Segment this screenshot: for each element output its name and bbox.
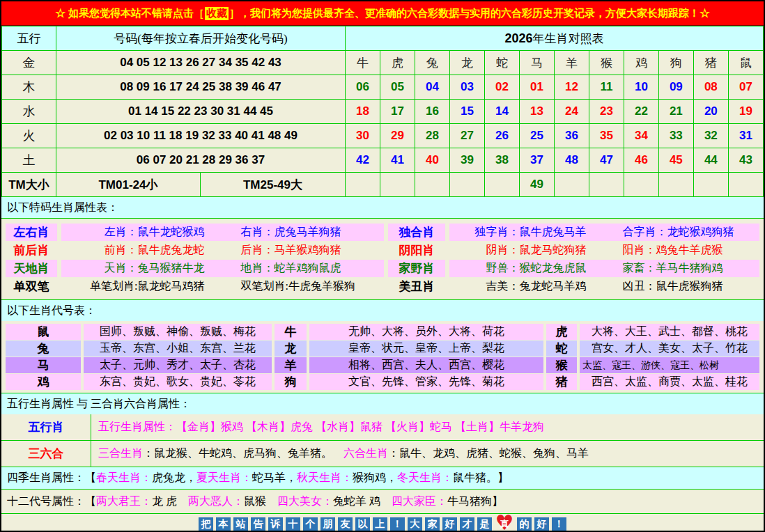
attribute-values: 吉美：兔龙蛇马羊鸡凶丑：鼠牛虎猴狗猪 xyxy=(449,278,759,295)
zodiac-number-cell: 36 xyxy=(554,124,589,148)
code-aliases: 无帅、大将、员外、大将、荷花 xyxy=(309,324,543,340)
twelve-codes-row: 十二代号属性：【两大君王：龙 虎 两大恶人：鼠猴 四大美女：兔蛇羊 鸡 四大家臣… xyxy=(1,490,764,514)
zodiac-number-cell: 39 xyxy=(449,148,484,173)
code-zodiac-label: 蛇 xyxy=(546,341,577,357)
slogan-char: 站 xyxy=(233,517,248,532)
zodiac-header: 鼠 xyxy=(728,51,763,75)
element-row: 木08 09 16 17 24 25 38 39 46 470605040302… xyxy=(2,75,764,100)
wuxing-table: 五行肖五行生肖属性：【金肖】猴鸡 【木肖】虎兔 【水肖】鼠猪 【火肖】蛇马 【土… xyxy=(1,414,764,467)
attribute-values: 前肖：鼠牛虎兔龙蛇后肖：马羊猴鸡狗猪 xyxy=(61,242,384,259)
wuxing-row: 五行肖五行生肖属性：【金肖】猴鸡 【木肖】虎兔 【水肖】鼠猪 【火肖】蛇马 【土… xyxy=(1,414,764,441)
zodiac-header: 兔 xyxy=(415,51,449,75)
code-aliases: 国师、叛贼、神偷、叛贼、梅花 xyxy=(84,324,272,340)
slogan-char: 好 xyxy=(534,517,549,532)
wuxing-category: 五行肖 xyxy=(1,414,91,440)
tm-zodiac-cell xyxy=(484,173,519,197)
attributes-table: 左右肖左肖：鼠牛龙蛇猴鸡右肖：虎兔马羊狗猪独合肖独字肖：鼠牛虎兔马羊合字肖：龙蛇… xyxy=(1,218,764,300)
tm-zodiac-cell xyxy=(449,173,484,197)
text-run: 五行生肖属性：【金肖】猴鸡 【木肖】虎兔 【水肖】鼠猪 【火肖】蛇马 【土肖】牛… xyxy=(98,420,544,435)
slogan-char: 才 xyxy=(460,517,474,532)
wuxing-values: 五行生肖属性：【金肖】猴鸡 【木肖】虎兔 【水肖】鼠猪 【火肖】蛇马 【土肖】牛… xyxy=(91,414,764,440)
text-run: 春天生肖： xyxy=(96,471,152,485)
text-run: 牛马猪狗】 xyxy=(447,494,503,509)
main-table-body: 五行 号码(每年按立春后开始变化号码) 2026年生肖对照表 金04 05 12… xyxy=(2,26,764,197)
attribute-row: 天地肖天肖：兔马猴猪牛龙地肖：蛇羊鸡狗鼠虎家野肖野兽：猴蛇龙兔虎鼠家畜：羊马牛猪… xyxy=(6,260,759,277)
element-numbers: 08 09 16 17 24 25 38 39 46 47 xyxy=(56,75,346,100)
zodiac-number-cell: 30 xyxy=(346,124,380,148)
text-run: 十二代号属性：【 xyxy=(7,494,96,509)
header-zodiac-map: 2026年生肖对照表 xyxy=(346,26,764,51)
attribute-category: 独合肖 xyxy=(388,224,445,241)
text-run: ：鼠龙猴、牛蛇鸡、虎马狗、兔羊猪。 xyxy=(143,446,343,461)
attribute-category: 左右肖 xyxy=(6,224,57,241)
tm-zodiac-cell xyxy=(554,173,589,197)
zodiac-header: 猪 xyxy=(693,51,728,75)
code-aliases: 大将、大王、武士、都督、桃花 xyxy=(580,324,759,340)
zodiac-number-cell: 25 xyxy=(519,124,554,148)
code-aliases: 文官、先锋、管家、先锋、菊花 xyxy=(309,374,543,390)
zodiac-number-cell: 09 xyxy=(658,75,693,100)
tm-zodiac-cell xyxy=(658,173,693,197)
slogan-char: 诉 xyxy=(268,517,283,532)
attribute-value-b: 右肖：虎兔马羊狗猪 xyxy=(241,225,341,240)
attribute-row: 前后肖前肖：鼠牛虎兔龙蛇后肖：马羊猴鸡狗猪阴阳肖阴肖：鼠龙马蛇狗猪阳肖：鸡兔牛羊… xyxy=(6,242,759,259)
slogan-char: 是 xyxy=(477,517,492,532)
attribute-value-b: 凶丑：鼠牛虎猴狗猪 xyxy=(623,279,723,294)
slogan-char: 友 xyxy=(338,517,353,532)
year-suffix: 年生肖对照表 xyxy=(533,32,604,45)
tm-small: TM01-24小 xyxy=(56,173,201,197)
text-run: 鼠牛猪。】 xyxy=(453,471,509,485)
page: ☆ 如果您觉得本站不错请点击［收藏］，我们将为您提供最齐全、更准确的六合彩数据与… xyxy=(0,0,765,532)
zodiac-number-cell: 12 xyxy=(554,75,589,100)
zodiac-number-cell: 33 xyxy=(658,124,693,148)
text-run: 冬天生肖： xyxy=(397,471,453,485)
zodiac-number-cell: 38 xyxy=(484,148,519,173)
zodiac-number-cell: 32 xyxy=(693,124,728,148)
element-label: 土 xyxy=(2,148,56,173)
zodiac-number-cell: 40 xyxy=(415,148,449,173)
element-numbers: 04 05 12 13 26 27 34 35 42 43 xyxy=(56,51,346,75)
text-run: 六合生肖 xyxy=(343,446,388,461)
attribute-category: 家野肖 xyxy=(388,260,445,277)
zodiac-number-cell: 03 xyxy=(449,75,484,100)
text-run: 两大君王： xyxy=(96,494,152,509)
bookmark-button[interactable]: 收藏 xyxy=(205,7,229,20)
zodiac-number-cell: 37 xyxy=(519,148,554,173)
text-run: 夏天生肖： xyxy=(196,471,252,485)
zodiac-number-cell: 19 xyxy=(728,100,763,124)
attribute-category: 天地肖 xyxy=(6,260,57,277)
zodiac-number-cell: 16 xyxy=(415,100,449,124)
zodiac-number-cell: 14 xyxy=(484,100,519,124)
attribute-values: 天肖：兔马猴猪牛龙地肖：蛇羊鸡狗鼠虎 xyxy=(61,260,384,277)
element-numbers: 06 07 20 21 28 29 36 37 xyxy=(56,148,346,173)
slogan-char: 好 xyxy=(442,517,457,532)
attribute-category: 阴阳肖 xyxy=(388,242,445,259)
code-zodiac-label: 龙 xyxy=(275,341,307,357)
attribute-value-a: 吉美：兔龙蛇马羊鸡 xyxy=(486,279,587,294)
attribute-value-b: 后肖：马羊猴鸡狗猪 xyxy=(241,243,341,258)
zodiac-number-cell: 08 xyxy=(693,75,728,100)
attribute-values: 阴肖：鼠龙马蛇狗猪阳肖：鸡兔牛羊虎猴 xyxy=(449,242,759,259)
slogan-char: 本 xyxy=(216,517,231,532)
text-run: 龙 虎 xyxy=(152,494,188,509)
code-aliases: 西宫、太监、商贾、太监、桂花 xyxy=(580,374,759,390)
zodiac-number-cell: 15 xyxy=(449,100,484,124)
zodiac-number-cell: 06 xyxy=(346,75,380,100)
zodiac-number-cell: 27 xyxy=(449,124,484,148)
banner-text-prefix: ☆ 如果您觉得本站不错请点击［ xyxy=(55,7,204,20)
attribute-row: 左右肖左肖：鼠牛龙蛇猴鸡右肖：虎兔马羊狗猪独合肖独字肖：鼠牛虎兔马羊合字肖：龙蛇… xyxy=(6,224,759,241)
attribute-category: 前后肖 xyxy=(6,242,57,259)
element-numbers: 02 03 10 11 18 19 32 33 40 41 48 49 xyxy=(56,124,346,148)
attribute-values: 单笔划肖:鼠龙蛇马鸡猪双笔划肖:牛虎兔羊猴狗 xyxy=(61,278,384,295)
footer-slogan: 把本站告诉十个朋友以上！大家好才是♥真的好！ xyxy=(1,514,764,532)
attribute-value-a: 前肖：鼠牛虎兔龙蛇 xyxy=(105,243,205,258)
zodiac-number-cell: 01 xyxy=(519,75,554,100)
slogan-char: 个 xyxy=(303,517,318,532)
zodiac-number-cell: 18 xyxy=(346,100,380,124)
zodiac-number-cell: 17 xyxy=(380,100,415,124)
code-aliases: 东宫、贵妃、歌女、贵妃、苓花 xyxy=(84,374,272,390)
zodiac-number-cell: 02 xyxy=(484,75,519,100)
code-zodiac-label: 鼠 xyxy=(6,324,81,340)
tm-size-row: TM大小TM01-24小TM25-49大49 xyxy=(2,173,764,197)
wuxing-category: 三六合 xyxy=(1,441,91,467)
